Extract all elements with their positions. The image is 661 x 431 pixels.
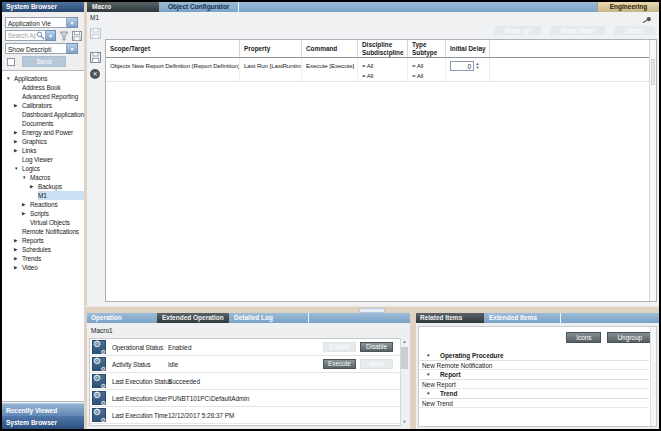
ungroup-button[interactable]: Ungroup xyxy=(607,332,652,343)
expander-closed-icon[interactable]: ▶ xyxy=(14,101,22,110)
column-header-initial-delay[interactable]: Initial Delay xyxy=(446,40,490,57)
table-row[interactable]: Objects New Report Definition (Report De… xyxy=(106,58,656,82)
spinner-down-icon[interactable]: ▼ xyxy=(474,66,481,70)
column-header-discipline[interactable]: DisciplineSubdiscipline xyxy=(358,40,408,57)
tree-item-links[interactable]: ▶Links xyxy=(2,146,84,155)
tree-item-scripts[interactable]: ▶Scripts xyxy=(2,209,84,218)
move-up-button[interactable]: Move up xyxy=(493,25,542,36)
expander-closed-icon[interactable]: ▶ xyxy=(22,209,30,218)
related-item-new-report[interactable]: New Report xyxy=(420,380,649,389)
move-down-button[interactable]: Move down xyxy=(549,25,606,36)
scroll-thumb[interactable] xyxy=(401,347,408,369)
tab-related-items[interactable]: Related Items xyxy=(416,313,484,323)
delete-button[interactable]: Delete xyxy=(613,25,656,36)
recently-viewed-bar[interactable]: Recently Viewed xyxy=(2,403,84,416)
tree-item-trends[interactable]: ▶Trends xyxy=(2,254,84,263)
abort-button[interactable]: Abort xyxy=(360,359,393,369)
tab-object-configurator[interactable]: Object Configurator xyxy=(159,2,238,12)
type-filter-value[interactable]: = All xyxy=(412,61,445,71)
scroll-thumb[interactable] xyxy=(651,59,655,85)
view-select-chevron-down-icon[interactable]: ▼ xyxy=(67,17,78,28)
tree-item-reactions[interactable]: ▶Reactions xyxy=(2,200,84,209)
expander-closed-icon[interactable]: ▶ xyxy=(14,236,22,245)
column-header-type[interactable]: TypeSubtype xyxy=(408,40,446,57)
tree-item-log-viewer[interactable]: Log Viewer xyxy=(2,155,84,164)
save-filter-icon[interactable] xyxy=(72,31,82,41)
tree-item-virtual-objects[interactable]: Virtual Objects xyxy=(2,218,84,227)
search-input[interactable]: Search Appl xyxy=(5,30,46,41)
related-group-trend[interactable]: ▼Trend xyxy=(420,389,649,399)
execute-button[interactable]: Execute xyxy=(323,359,356,369)
delete-step-icon[interactable]: ✕ xyxy=(90,69,100,79)
expander-closed-icon[interactable]: ▶ xyxy=(14,245,22,254)
tree-item-backups[interactable]: ▶Backups xyxy=(2,182,84,191)
tab-engineering[interactable]: Engineering xyxy=(597,2,659,12)
expander-open-icon[interactable]: ▼ xyxy=(6,74,14,83)
operation-scrollbar[interactable]: ▲ ▼ xyxy=(400,338,408,426)
initial-delay-input[interactable]: 0 xyxy=(450,61,474,71)
related-item-new-remote-notification[interactable]: New Remote Notification xyxy=(420,361,649,370)
tree-item-video[interactable]: ▶Video xyxy=(2,263,84,272)
expander-closed-icon[interactable]: ▶ xyxy=(22,200,30,209)
expander-open-icon[interactable]: ▼ xyxy=(22,173,30,182)
save-icon-disabled xyxy=(90,28,101,39)
horizontal-splitter[interactable] xyxy=(84,306,659,313)
tree-item-advanced-reporting[interactable]: Advanced Reporting xyxy=(2,92,84,101)
discipline-filter-value[interactable]: = All xyxy=(362,61,407,71)
related-scrollbar[interactable] xyxy=(650,327,656,426)
filter-icon[interactable] xyxy=(59,31,69,41)
tab-extended-items[interactable]: Extended Items xyxy=(484,313,554,323)
search-chevron-down-icon[interactable]: ▼ xyxy=(46,30,56,41)
tree-item-schedules[interactable]: ▶Schedules xyxy=(2,245,84,254)
tree-item-m1[interactable]: M1 xyxy=(2,191,84,200)
save-icon[interactable] xyxy=(90,52,101,63)
send-checkbox[interactable] xyxy=(7,58,15,66)
tree-item-remote-notifications[interactable]: Remote Notifications xyxy=(2,227,84,236)
show-select-chevron-down-icon[interactable]: ▼ xyxy=(67,43,78,54)
view-select[interactable]: Application Vie xyxy=(5,17,67,28)
column-header-command[interactable]: Command xyxy=(302,40,358,57)
collapse-icon[interactable]: ▼ xyxy=(426,370,430,380)
collapse-icon[interactable]: ▼ xyxy=(426,351,430,361)
collapse-icon[interactable]: ▼ xyxy=(426,389,430,399)
expander-closed-icon[interactable]: ▶ xyxy=(14,146,22,155)
column-header-property[interactable]: Property xyxy=(240,40,302,57)
system-browser-bar[interactable]: System Browser xyxy=(2,416,84,429)
pin-icon[interactable] xyxy=(642,16,652,24)
column-header-scope-target[interactable]: Scope/Target xyxy=(106,40,240,57)
tab-extended-operation[interactable]: Extended Operation xyxy=(157,313,229,323)
send-button[interactable]: Send xyxy=(22,56,66,67)
expander-closed-icon[interactable]: ▶ xyxy=(14,263,22,272)
tree-item-address-book[interactable]: Address Book xyxy=(2,83,84,92)
tree-item-logics[interactable]: ▼Logics xyxy=(2,164,84,173)
scroll-down-icon[interactable]: ▼ xyxy=(401,418,408,426)
show-select[interactable]: Show Descripti xyxy=(5,43,67,54)
tab-detailed-log[interactable]: Detailed Log xyxy=(229,313,291,323)
related-group-report[interactable]: ▼Report xyxy=(420,370,649,380)
tree-item-macros[interactable]: ▼Macros xyxy=(2,173,84,182)
expander-closed-icon[interactable]: ▶ xyxy=(14,137,22,146)
expander-closed-icon[interactable]: ▶ xyxy=(14,128,22,137)
scroll-up-icon[interactable]: ▲ xyxy=(401,338,408,346)
icons-button[interactable]: Icons xyxy=(566,332,601,343)
tree-item-energy-and-power[interactable]: ▶Energy and Power xyxy=(2,128,84,137)
tree-item-graphics[interactable]: ▶Graphics xyxy=(2,137,84,146)
tree-item-reports[interactable]: ▶Reports xyxy=(2,236,84,245)
related-item-new-trend[interactable]: New Trend xyxy=(420,399,649,408)
spinner-arrows-icon[interactable]: ▲▼ xyxy=(474,61,481,71)
expander-closed-icon[interactable]: ▶ xyxy=(14,254,22,263)
table-scrollbar[interactable] xyxy=(649,40,656,301)
type-filter-value[interactable]: = All xyxy=(412,71,445,81)
tree-item-calibrators[interactable]: ▶Calibrators xyxy=(2,101,84,110)
related-group-operating-procedure[interactable]: ▼Operating Procedure xyxy=(420,351,649,361)
tab-macro[interactable]: Macro xyxy=(87,2,159,12)
tree-item-applications[interactable]: ▼Applications xyxy=(2,74,84,83)
tab-operation[interactable]: Operation xyxy=(87,313,157,323)
expander-open-icon[interactable]: ▼ xyxy=(14,164,22,173)
tree-item-documents[interactable]: Documents xyxy=(2,119,84,128)
expander-closed-icon[interactable]: ▶ xyxy=(30,182,38,191)
discipline-filter-value[interactable]: = All xyxy=(362,71,407,81)
enable-button[interactable]: Enable xyxy=(323,342,356,352)
disable-button[interactable]: Disable xyxy=(360,342,393,352)
tree-item-dashboard-application[interactable]: Dashboard Application xyxy=(2,110,84,119)
